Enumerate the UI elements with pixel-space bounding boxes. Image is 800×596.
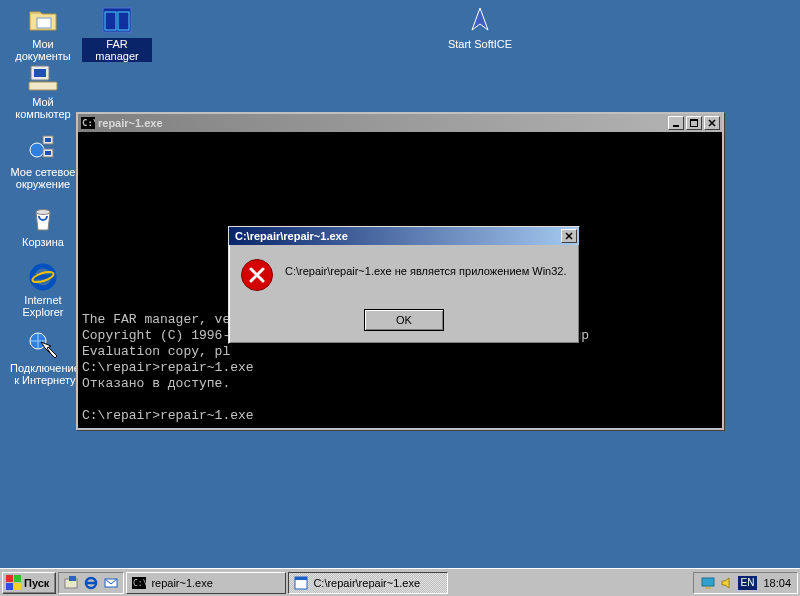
- tray-volume-icon[interactable]: [719, 575, 735, 591]
- icon-label: Мои документы: [8, 38, 78, 62]
- svg-text:C:\: C:\: [82, 118, 95, 128]
- internet-connection-icon: [27, 328, 59, 360]
- svg-rect-30: [702, 578, 714, 586]
- softice-icon: [464, 4, 496, 36]
- internet-explorer-icon: [27, 260, 59, 292]
- my-computer-icon: [27, 62, 59, 94]
- windows-logo-icon: [5, 575, 21, 591]
- icon-label: Корзина: [20, 236, 66, 248]
- icon-label: Internet Explorer: [8, 294, 78, 318]
- desktop-icon-my-computer[interactable]: Мой компьютер: [8, 62, 78, 120]
- console-icon: C:\: [131, 575, 147, 591]
- folder-documents-icon: [27, 4, 59, 36]
- desktop-icon-recycle-bin[interactable]: Корзина: [8, 202, 78, 248]
- svg-rect-5: [34, 69, 46, 77]
- svg-rect-20: [690, 119, 698, 121]
- task-buttons: C:\ repair~1.exe C:\repair\repair~1.exe: [124, 572, 692, 594]
- taskbar-item-label: C:\repair\repair~1.exe: [313, 577, 420, 589]
- icon-label: Подключение к Интернету: [8, 362, 82, 386]
- start-label: Пуск: [24, 577, 49, 589]
- icon-label: FAR manager: [82, 38, 152, 62]
- maximize-button[interactable]: [686, 116, 702, 130]
- svg-rect-18: [673, 125, 679, 127]
- svg-point-12: [36, 210, 50, 215]
- desktop-icon-network[interactable]: Мое сетевое окружение: [8, 132, 78, 190]
- minimize-button[interactable]: [668, 116, 684, 130]
- ql-outlook-icon[interactable]: [103, 575, 119, 591]
- app-icon: [293, 575, 309, 591]
- console-titlebar[interactable]: C:\ repair~1.exe: [78, 114, 722, 132]
- clock[interactable]: 18:04: [763, 577, 791, 589]
- ql-show-desktop-icon[interactable]: [63, 575, 79, 591]
- taskbar: Пуск C:\ repair~1.exe C:\repair\repair~1…: [0, 568, 800, 596]
- network-icon: [27, 132, 59, 164]
- taskbar-item-console[interactable]: C:\ repair~1.exe: [126, 572, 286, 594]
- quick-launch: [58, 572, 124, 594]
- svg-rect-22: [69, 576, 76, 581]
- icon-label: Мой компьютер: [8, 96, 78, 120]
- taskbar-item-label: repair~1.exe: [151, 577, 212, 589]
- svg-rect-31: [705, 587, 711, 589]
- error-icon: [241, 259, 273, 291]
- icon-label: Мое сетевое окружение: [8, 166, 78, 190]
- svg-rect-0: [37, 18, 51, 28]
- desktop-icon-ie[interactable]: Internet Explorer: [8, 260, 78, 318]
- svg-text:C:\: C:\: [133, 579, 146, 588]
- svg-rect-9: [45, 138, 51, 142]
- dialog-titlebar[interactable]: C:\repair\repair~1.exe: [229, 227, 579, 245]
- ql-ie-icon[interactable]: [83, 575, 99, 591]
- svg-point-7: [30, 143, 44, 157]
- language-indicator[interactable]: EN: [738, 576, 758, 590]
- console-title: repair~1.exe: [98, 117, 666, 129]
- taskbar-item-dialog[interactable]: C:\repair\repair~1.exe: [288, 572, 448, 594]
- dialog-message: C:\repair\repair~1.exe не является прило…: [273, 259, 567, 277]
- far-manager-icon: [101, 4, 133, 36]
- desktop-icon-my-documents[interactable]: Мои документы: [8, 4, 78, 62]
- desktop-icon-softice[interactable]: Start SoftICE: [445, 4, 515, 50]
- dialog-title: C:\repair\repair~1.exe: [231, 230, 559, 242]
- error-dialog[interactable]: C:\repair\repair~1.exe C:\repair\repair~…: [228, 226, 580, 344]
- tray-display-icon[interactable]: [700, 575, 716, 591]
- svg-rect-11: [45, 151, 51, 155]
- dialog-close-button[interactable]: [561, 229, 577, 243]
- console-icon: C:\: [80, 115, 96, 131]
- icon-label: Start SoftICE: [446, 38, 514, 50]
- ok-button[interactable]: OK: [364, 309, 444, 331]
- svg-rect-29: [295, 577, 307, 580]
- close-button[interactable]: [704, 116, 720, 130]
- system-tray: EN 18:04: [693, 572, 798, 594]
- recycle-bin-icon: [27, 202, 59, 234]
- desktop-icon-internet-connection[interactable]: Подключение к Интернету: [8, 328, 78, 386]
- svg-rect-6: [29, 82, 57, 90]
- start-button[interactable]: Пуск: [2, 572, 56, 594]
- desktop-icon-far-manager[interactable]: FAR manager: [82, 4, 152, 62]
